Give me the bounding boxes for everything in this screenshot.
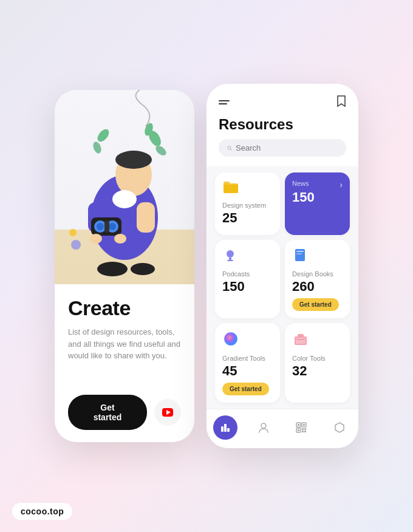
svg-rect-33 bbox=[296, 253, 302, 254]
hex-icon bbox=[333, 421, 346, 434]
get-started-button[interactable]: Get started bbox=[68, 395, 147, 430]
card-label-design-system: Design system bbox=[222, 202, 273, 209]
svg-rect-52 bbox=[302, 431, 304, 432]
svg-rect-32 bbox=[296, 251, 304, 252]
svg-point-22 bbox=[71, 240, 81, 250]
qr-icon bbox=[295, 421, 307, 434]
svg-point-23 bbox=[69, 229, 77, 236]
svg-point-43 bbox=[261, 423, 266, 428]
nav-chart[interactable] bbox=[213, 415, 237, 440]
card-gradient-tools[interactable]: Gradient Tools 45 Get started bbox=[215, 323, 280, 403]
svg-point-11 bbox=[109, 223, 116, 230]
card-number-news: 150 bbox=[292, 189, 343, 205]
card-icon-podcasts bbox=[222, 247, 273, 267]
card-number-color-tools: 32 bbox=[292, 363, 343, 379]
search-input[interactable] bbox=[236, 143, 338, 152]
card-color-tools[interactable]: Color Tools 32 bbox=[285, 323, 350, 403]
svg-point-10 bbox=[97, 223, 104, 230]
cards-row-1: Design system 25 News › 150 bbox=[215, 172, 350, 235]
cards-row-3: Gradient Tools 45 Get started Color Tool… bbox=[215, 323, 350, 403]
card-podcasts[interactable]: Podcasts 150 bbox=[215, 240, 280, 318]
svg-rect-38 bbox=[298, 334, 304, 338]
card-icon-color-tools bbox=[292, 330, 343, 351]
svg-rect-53 bbox=[304, 431, 306, 432]
bottom-nav bbox=[206, 409, 358, 448]
header-icons bbox=[219, 95, 346, 110]
svg-rect-6 bbox=[137, 202, 155, 233]
card-icon-gradient-tools bbox=[222, 330, 273, 351]
design-books-btn[interactable]: Get started bbox=[292, 298, 339, 311]
left-phone-description: List of design resources, tools, and all… bbox=[68, 326, 181, 362]
svg-point-19 bbox=[92, 141, 103, 155]
svg-rect-45 bbox=[298, 424, 299, 426]
card-number-podcasts: 150 bbox=[222, 279, 273, 295]
illustration-area bbox=[55, 90, 194, 284]
svg-rect-50 bbox=[302, 428, 304, 430]
watermark: cocoo.top bbox=[12, 503, 72, 520]
gradient-tools-btn[interactable]: Get started bbox=[222, 383, 269, 395]
left-phone-buttons: Get started bbox=[68, 395, 181, 430]
card-icon-design-system bbox=[222, 180, 273, 198]
svg-rect-42 bbox=[227, 428, 230, 432]
card-label-podcasts: Podcasts bbox=[222, 270, 273, 278]
menu-icon[interactable] bbox=[219, 100, 230, 104]
left-phone: Create List of design resources, tools, … bbox=[55, 90, 194, 442]
svg-rect-49 bbox=[298, 429, 299, 431]
search-icon bbox=[227, 144, 232, 152]
svg-marker-54 bbox=[335, 423, 344, 432]
nav-profile[interactable] bbox=[251, 415, 276, 440]
news-arrow-icon: › bbox=[340, 180, 343, 189]
right-content: Design system 25 News › 150 bbox=[206, 166, 358, 409]
right-phone-title: Resources bbox=[219, 116, 346, 133]
svg-rect-47 bbox=[303, 424, 305, 426]
svg-point-3 bbox=[115, 151, 152, 169]
cards-row-2: Podcasts 150 Design Books 260 Get starte… bbox=[215, 240, 350, 318]
svg-rect-40 bbox=[221, 426, 224, 432]
podcast-icon bbox=[222, 247, 238, 263]
card-label-news: News bbox=[292, 180, 309, 187]
card-design-system[interactable]: Design system 25 bbox=[215, 172, 280, 235]
card-number-design-system: 25 bbox=[222, 210, 273, 226]
search-bar[interactable] bbox=[219, 139, 346, 157]
card-number-gradient-tools: 45 bbox=[222, 363, 273, 379]
card-number-design-books: 260 bbox=[292, 279, 343, 295]
svg-point-14 bbox=[114, 234, 126, 244]
book-icon bbox=[292, 247, 308, 263]
svg-rect-30 bbox=[227, 260, 233, 261]
svg-point-18 bbox=[95, 127, 111, 143]
folder-icon bbox=[222, 180, 239, 194]
card-design-books[interactable]: Design Books 260 Get started bbox=[285, 240, 350, 318]
card-news[interactable]: News › 150 bbox=[285, 172, 350, 235]
svg-point-4 bbox=[112, 190, 137, 208]
svg-rect-41 bbox=[224, 424, 227, 432]
profile-icon bbox=[258, 421, 270, 434]
card-label-design-books: Design Books bbox=[292, 270, 343, 278]
left-phone-content: Create List of design resources, tools, … bbox=[55, 284, 194, 442]
card-label-gradient-tools: Gradient Tools bbox=[222, 355, 273, 362]
gradient-icon bbox=[222, 330, 239, 347]
svg-point-28 bbox=[227, 250, 234, 257]
right-phone: Resources Design system 25 bbox=[206, 84, 358, 448]
svg-rect-51 bbox=[304, 428, 306, 430]
svg-rect-39 bbox=[296, 339, 305, 340]
svg-point-20 bbox=[97, 262, 128, 276]
color-tools-icon bbox=[292, 330, 309, 347]
nav-qr[interactable] bbox=[289, 415, 313, 440]
chart-icon bbox=[219, 421, 231, 434]
youtube-button[interactable] bbox=[154, 399, 181, 426]
card-icon-design-books bbox=[292, 247, 343, 267]
svg-point-21 bbox=[131, 263, 155, 275]
svg-line-27 bbox=[230, 149, 231, 150]
svg-rect-37 bbox=[296, 338, 305, 344]
svg-point-13 bbox=[90, 234, 102, 244]
right-header: Resources bbox=[206, 84, 358, 166]
left-phone-title: Create bbox=[68, 296, 181, 320]
nav-hex[interactable] bbox=[327, 415, 352, 440]
svg-rect-12 bbox=[104, 220, 109, 233]
card-label-color-tools: Color Tools bbox=[292, 355, 343, 362]
card-news-header: News › bbox=[292, 180, 343, 189]
bookmark-icon[interactable] bbox=[336, 95, 346, 110]
